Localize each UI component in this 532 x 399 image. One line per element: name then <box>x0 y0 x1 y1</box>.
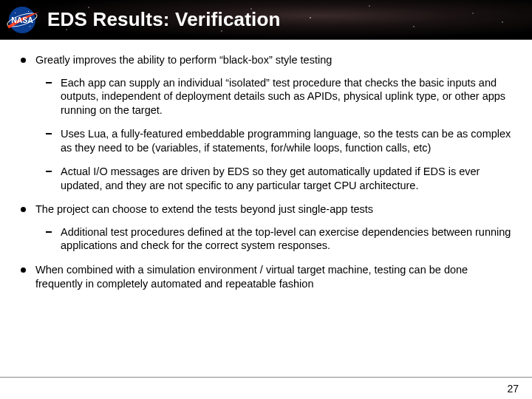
slide-header: NASA EDS Results: Verification <box>0 0 532 40</box>
bullet-text: The project can choose to extend the tes… <box>35 203 373 215</box>
nasa-logo-icon: NASA <box>4 5 40 35</box>
page-number: 27 <box>507 383 519 395</box>
bullet-item: Greatly improves the ability to perform … <box>16 53 516 192</box>
sub-bullet-item: Additional test procedures defined at th… <box>35 225 516 253</box>
slide: NASA EDS Results: Verification Greatly i… <box>0 0 532 399</box>
slide-body: Greatly improves the ability to perform … <box>0 40 532 377</box>
bullet-item: The project can choose to extend the tes… <box>16 202 516 253</box>
sub-bullet-item: Actual I/O messages are driven by EDS so… <box>35 165 516 192</box>
sub-bullet-item: Each app can supply an individual “isola… <box>35 76 516 117</box>
slide-title: EDS Results: Verification <box>47 8 281 31</box>
bullet-text: When combined with a simulation environm… <box>35 264 468 290</box>
svg-point-6 <box>13 24 13 24</box>
sub-bullet-text: Uses Lua, a fully-featured embeddable pr… <box>61 128 511 154</box>
svg-point-3 <box>15 12 16 13</box>
bullet-list: Greatly improves the ability to perform … <box>16 53 516 290</box>
sub-bullet-text: Each app can supply an individual “isola… <box>61 77 505 116</box>
sub-bullet-item: Uses Lua, a fully-featured embeddable pr… <box>35 127 516 154</box>
svg-text:NASA: NASA <box>11 16 33 24</box>
bullet-text: Greatly improves the ability to perform … <box>35 54 332 66</box>
sub-bullet-text: Additional test procedures defined at th… <box>61 226 511 252</box>
sub-bullet-list: Each app can supply an individual “isola… <box>35 76 516 193</box>
bullet-item: When combined with a simulation environm… <box>16 263 516 290</box>
svg-point-5 <box>30 26 30 27</box>
sub-bullet-list: Additional test procedures defined at th… <box>35 225 516 253</box>
svg-point-4 <box>28 11 29 12</box>
slide-footer: 27 <box>0 377 532 399</box>
sub-bullet-text: Actual I/O messages are driven by EDS so… <box>61 166 480 191</box>
